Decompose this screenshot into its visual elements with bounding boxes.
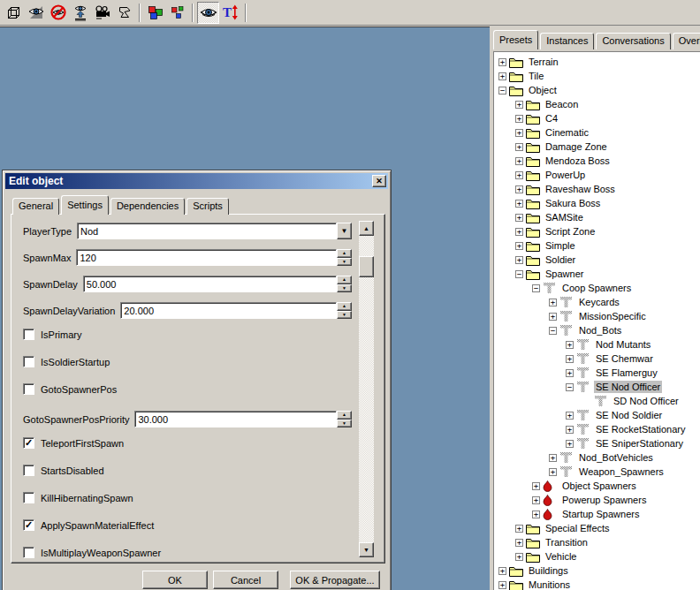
expand-toggle[interactable]: + (515, 525, 523, 533)
expand-toggle[interactable]: + (566, 412, 574, 420)
expand-toggle[interactable]: + (515, 200, 523, 208)
ok-propagate-button[interactable]: OK & Propagate... (290, 571, 380, 589)
expand-toggle[interactable]: + (498, 567, 506, 575)
tree-item-label[interactable]: Simple (544, 239, 577, 252)
gotospawnerpos-checkbox[interactable] (23, 383, 34, 395)
spinner-down-icon[interactable]: ▼ (337, 284, 352, 293)
scroll-down-icon[interactable]: ▼ (359, 542, 374, 557)
scrollbar-thumb[interactable] (359, 256, 374, 277)
tab-conversations[interactable]: Conversations (596, 33, 670, 49)
issoldierstartup-checkbox[interactable] (23, 356, 34, 367)
tab-dependencies[interactable]: Dependencies (110, 198, 185, 215)
tab-presets[interactable]: Presets (493, 30, 538, 49)
expand-toggle[interactable]: + (515, 129, 523, 137)
expand-toggle[interactable]: + (515, 101, 523, 109)
cancel-button[interactable]: Cancel (213, 571, 278, 589)
eye-blocked-button[interactable] (47, 2, 69, 24)
close-icon[interactable]: ✕ (372, 175, 386, 187)
ok-button[interactable]: OK (142, 571, 208, 589)
expand-toggle[interactable]: + (549, 299, 557, 306)
tree-item-label[interactable]: Tile (527, 70, 545, 82)
spawndelayvariation-input[interactable] (120, 302, 337, 319)
tree-item-label[interactable]: Cinematic (544, 126, 590, 139)
tree-item-label[interactable]: Terrain (527, 56, 560, 68)
expand-toggle[interactable]: + (515, 157, 523, 165)
tree-item-label[interactable]: Damage Zone (544, 140, 609, 153)
tab-settings[interactable]: Settings (61, 195, 109, 215)
tree-item-label[interactable]: SE Nod Officer (594, 381, 662, 393)
expand-toggle[interactable]: + (515, 143, 523, 151)
tree-item-label[interactable]: Weapon_Spawners (577, 465, 666, 478)
text-height-button[interactable]: T (219, 2, 241, 24)
expand-toggle[interactable]: + (532, 496, 540, 504)
tab-overlap[interactable]: Overlap (673, 33, 700, 49)
tree-item-label[interactable]: Object (527, 84, 559, 96)
collapse-toggle[interactable]: − (532, 284, 540, 292)
rgb-squares-button[interactable] (166, 2, 188, 24)
expand-toggle[interactable]: + (515, 115, 523, 123)
expand-toggle[interactable]: + (515, 214, 523, 222)
dropdown-arrow-icon[interactable]: ▼ (337, 223, 352, 239)
tree-item-label[interactable]: C4 (544, 112, 559, 125)
expand-toggle[interactable]: + (566, 355, 574, 363)
tab-scripts[interactable]: Scripts (186, 198, 229, 215)
tree-item-label[interactable]: Transition (544, 536, 590, 548)
tab-instances[interactable]: Instances (540, 33, 594, 49)
tree-item-label[interactable]: Vehicle (544, 550, 578, 563)
tree-item-label[interactable]: SD Nod Officer (612, 395, 681, 407)
spinner-down-icon[interactable]: ▼ (337, 311, 352, 320)
spawndelay-input[interactable] (83, 276, 337, 292)
expand-toggle[interactable]: + (515, 242, 523, 250)
tree-item-label[interactable]: SE RocketStationary (594, 423, 688, 435)
tree-item-label[interactable]: Object Spawners (560, 480, 638, 492)
killhibernatingspawn-checkbox[interactable] (23, 492, 34, 503)
tree-item-label[interactable]: Soldier (544, 253, 577, 266)
gotospawnerpospriority-spinner[interactable]: ▲▼ (337, 411, 352, 427)
dialog-titlebar[interactable]: Edit object ✕ (5, 173, 388, 189)
tree-item-label[interactable]: Beacon (544, 98, 580, 110)
eye-solid-button[interactable] (25, 2, 47, 24)
expand-toggle[interactable]: + (566, 341, 574, 349)
ismultiplayweaponspawner-checkbox[interactable] (23, 547, 34, 558)
tree-item-label[interactable]: SE SniperStationary (594, 437, 685, 450)
teleportfirstspawn-checkbox-checked[interactable]: ✓ (23, 437, 34, 449)
tab-general[interactable]: General (12, 198, 59, 215)
tree-item-label[interactable]: SE Nod Soldier (594, 409, 664, 421)
collapse-toggle[interactable]: − (498, 87, 506, 95)
spinner-up-icon[interactable]: ▲ (337, 249, 352, 258)
startsdisabled-checkbox[interactable] (23, 465, 34, 476)
tree-item-label[interactable]: Mendoza Boss (544, 155, 612, 167)
tree-item-label[interactable]: Raveshaw Boss (544, 183, 617, 195)
expand-toggle[interactable]: + (549, 454, 557, 462)
isprimary-checkbox[interactable] (23, 329, 34, 340)
applyspawnmaterialeffect-checkbox-checked[interactable]: ✓ (23, 519, 34, 531)
tree-item-label[interactable]: MissionSpecific (577, 310, 648, 322)
tree-item-label[interactable]: Keycards (577, 296, 621, 308)
tree-item-label[interactable]: Nod_Bots (577, 324, 623, 337)
wireframe-cube-button[interactable] (3, 2, 25, 24)
scroll-up-icon[interactable]: ▲ (359, 221, 374, 236)
tree-item-label[interactable]: Coop Spawners (560, 282, 633, 294)
tree-item-label[interactable]: Script Zone (544, 225, 597, 238)
tree-item-label[interactable]: Powerup Spawners (560, 494, 648, 506)
tree-item-label[interactable]: Nod_BotVehicles (577, 451, 655, 464)
expand-toggle[interactable]: + (532, 511, 540, 518)
spinner-up-icon[interactable]: ▲ (337, 276, 352, 284)
expand-toggle[interactable]: + (515, 171, 523, 179)
expand-toggle[interactable]: + (549, 313, 557, 321)
tree-item-label[interactable]: SE Chemwar (594, 352, 655, 365)
spawndelayvariation-spinner[interactable]: ▲▼ (337, 302, 352, 319)
spawndelay-spinner[interactable]: ▲▼ (337, 276, 352, 292)
camera-button[interactable] (91, 2, 113, 24)
expand-toggle[interactable]: + (498, 581, 506, 589)
eye-raise-button[interactable] (69, 2, 91, 24)
tree-item-label[interactable]: Nod Mutants (594, 338, 652, 351)
tree-item-label[interactable]: Munitions (527, 579, 572, 590)
expand-toggle[interactable]: + (515, 228, 523, 236)
tree-item-label[interactable]: Startup Spawners (560, 508, 641, 520)
expand-toggle[interactable]: + (515, 185, 523, 193)
tree-item-label[interactable]: SAMSite (544, 211, 585, 223)
rgb-cubes-button[interactable] (144, 2, 166, 24)
collapse-toggle[interactable]: − (566, 383, 574, 391)
expand-toggle[interactable]: + (515, 539, 523, 547)
